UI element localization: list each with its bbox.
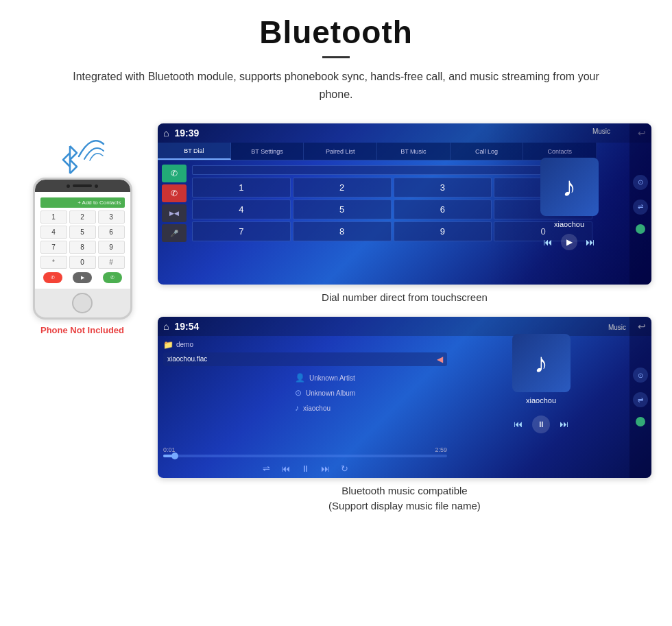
screen2-caption-line1: Bluetooth music compatible — [341, 485, 467, 496]
play-button-1[interactable]: ▶ — [561, 234, 577, 250]
progress-bar-area: 0:01 2:59 — [158, 446, 453, 457]
phone-home-button[interactable] — [72, 293, 93, 313]
tab-paired-list[interactable]: Paired List — [304, 143, 377, 160]
music-panel-right-1: Music ♪ xiaochou ⏮ ▶ ⏭ — [487, 123, 651, 285]
car-screen-music: ⌂ 19:54 ↩ 📁 demo xiaochou.flac ◀ — [158, 317, 651, 478]
music-label-1: Music — [592, 128, 610, 135]
phone-screen: + Add to Contacts 1 2 3 4 5 6 7 8 9 * 0 … — [35, 192, 130, 289]
prev-track-button[interactable]: ⏮ — [281, 464, 290, 474]
tab-bt-settings[interactable]: BT Settings — [231, 143, 304, 160]
screen2-wrapper: ⌂ 19:54 ↩ 📁 demo xiaochou.flac ◀ — [158, 317, 651, 514]
person-icon: 👤 — [295, 373, 305, 383]
call-buttons-column: ✆ ✆ ▶◀ 🎤 — [162, 165, 187, 242]
bt-signal-wrapper — [55, 130, 110, 175]
dial-key-4[interactable]: 4 — [192, 200, 291, 219]
music-label-2: Music — [608, 324, 626, 331]
title-divider — [322, 56, 350, 58]
phone-dialer-grid: 1 2 3 4 5 6 7 8 9 * 0 # — [40, 210, 125, 269]
phone-column: + Add to Contacts 1 2 3 4 5 6 7 8 9 * 0 … — [21, 123, 144, 335]
content-area: + Add to Contacts 1 2 3 4 5 6 7 8 9 * 0 … — [21, 123, 651, 514]
dialer-key-5[interactable]: 5 — [69, 226, 96, 239]
screen2-caption-line2: (Support display music file name) — [328, 500, 481, 511]
prev-btn-2[interactable]: ⏮ — [514, 419, 523, 429]
dial-key-8[interactable]: 8 — [293, 221, 392, 241]
folder-name: demo — [176, 341, 193, 348]
mute-button[interactable]: ▶◀ — [162, 204, 187, 222]
right-sidebar-2: ⊙ ⇌ — [629, 317, 651, 478]
title-row: ♪ xiaochou — [295, 403, 453, 413]
hangup-button[interactable]: ✆ — [162, 184, 187, 202]
dial-key-6[interactable]: 6 — [394, 200, 492, 219]
dialer-key-6[interactable]: 6 — [98, 226, 125, 239]
home-icon-2[interactable]: ⌂ — [163, 321, 169, 332]
dialer-key-2[interactable]: 2 — [69, 210, 96, 224]
dialer-key-3[interactable]: 3 — [98, 210, 125, 224]
sidebar-icon-clock-2[interactable]: ⊙ — [633, 368, 648, 383]
sidebar-dot-2[interactable] — [636, 417, 645, 426]
track-info-panel: 👤 Unknown Artist ⊙ Unknown Album ♪ xiaoc… — [295, 336, 453, 450]
album-name: Unknown Album — [306, 389, 355, 397]
car-screen-dial: ⌂ 19:39 ↩ BT Dial BT Settings Paired Lis… — [158, 123, 651, 285]
dial-key-5[interactable]: 5 — [293, 200, 392, 219]
next-track-button[interactable]: ⏭ — [321, 464, 330, 474]
music-note-icon-2: ♪ — [534, 348, 548, 378]
sidebar-icon-arrows-2[interactable]: ⇌ — [633, 392, 648, 407]
dial-key-7[interactable]: 7 — [192, 221, 291, 241]
dialer-key-star[interactable]: * — [40, 256, 67, 269]
dialer-key-0[interactable]: 0 — [69, 256, 96, 269]
phone-bottom-buttons: ✆ ▶ ✆ — [40, 272, 125, 283]
folder-icon: 📁 — [163, 340, 173, 350]
phone-sensor — [95, 184, 98, 188]
answer-button[interactable]: ✆ — [162, 165, 187, 182]
dial-key-1[interactable]: 1 — [192, 178, 291, 197]
phone-top-bar — [35, 180, 130, 192]
phone-not-included-label: Phone Not Included — [40, 325, 124, 335]
phone-end-button[interactable]: ✆ — [43, 272, 62, 283]
dialer-key-8[interactable]: 8 — [69, 241, 96, 254]
repeat-button[interactable]: ↻ — [341, 464, 348, 474]
prev-button-1[interactable]: ⏮ — [543, 237, 553, 248]
sidebar-icon-arrows[interactable]: ⇌ — [633, 200, 648, 215]
phone-dialer-header: + Add to Contacts — [40, 197, 125, 208]
note-icon: ♪ — [295, 403, 299, 413]
dialer-key-hash[interactable]: # — [98, 256, 125, 269]
pause-btn-2[interactable]: ⏸ — [532, 416, 550, 433]
tab-bt-dial[interactable]: BT Dial — [158, 143, 231, 160]
screen1-wrapper: ⌂ 19:39 ↩ BT Dial BT Settings Paired Lis… — [158, 123, 651, 306]
dial-key-2[interactable]: 2 — [293, 178, 392, 197]
phone-camera — [67, 184, 70, 188]
page-container: Bluetooth Integrated with Bluetooth modu… — [0, 0, 672, 542]
pause-button[interactable]: ⏸ — [301, 464, 310, 474]
phone-speaker — [73, 184, 92, 187]
album-row: ⊙ Unknown Album — [295, 388, 453, 398]
phone-mockup: + Add to Contacts 1 2 3 4 5 6 7 8 9 * 0 … — [33, 178, 132, 320]
next-button-1[interactable]: ⏭ — [586, 237, 595, 248]
shuffle-button[interactable]: ⇌ — [263, 464, 270, 474]
dial-key-3[interactable]: 3 — [394, 178, 492, 197]
home-icon[interactable]: ⌂ — [163, 128, 169, 139]
dial-key-9[interactable]: 9 — [394, 221, 492, 241]
album-art-2: ♪ — [512, 334, 571, 392]
disc-icon: ⊙ — [295, 388, 302, 398]
dialer-key-1[interactable]: 1 — [40, 210, 67, 224]
phone-call-button[interactable]: ✆ — [103, 272, 122, 283]
right-sidebar-1: ⊙ ⇌ — [629, 123, 651, 285]
next-btn-2[interactable]: ⏭ — [560, 419, 568, 429]
dialer-key-7[interactable]: 7 — [40, 241, 67, 254]
progress-track[interactable] — [163, 455, 447, 457]
screenshots-column: ⌂ 19:39 ↩ BT Dial BT Settings Paired Lis… — [158, 123, 651, 514]
tab-bt-music[interactable]: BT Music — [377, 143, 451, 160]
sidebar-dot-1[interactable] — [636, 224, 645, 234]
screen2-caption-1: Bluetooth music compatible (Support disp… — [158, 483, 651, 514]
sidebar-icon-clock[interactable]: ⊙ — [633, 175, 648, 190]
music-panel-right-2: Music ♪ xiaochou ⏮ ⏸ ⏭ — [453, 317, 629, 478]
dialer-key-4[interactable]: 4 — [40, 226, 67, 239]
mic-button[interactable]: 🎤 — [162, 224, 187, 242]
music-controls-1: ⏮ ▶ ⏭ — [543, 234, 595, 250]
music-title-1: xiaochou — [554, 220, 584, 228]
screen1-caption: Dial number direct from touchscreen — [158, 290, 651, 306]
phone-speaker-button[interactable]: ▶ — [73, 272, 92, 283]
dialer-key-9[interactable]: 9 — [98, 241, 125, 254]
progress-dot[interactable] — [171, 453, 178, 459]
progress-times: 0:01 2:59 — [163, 446, 447, 453]
